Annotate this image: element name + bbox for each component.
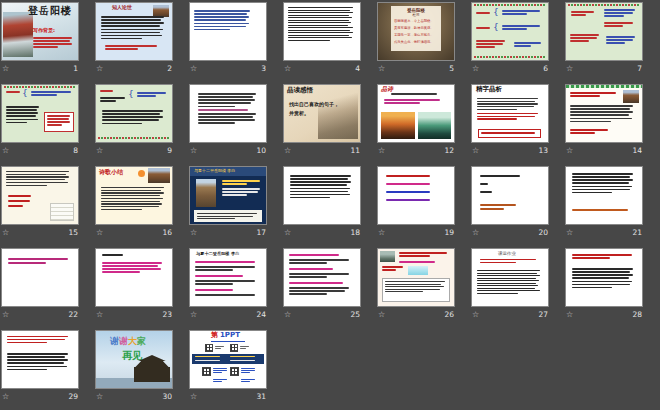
transition-star-icon[interactable]: ☆	[96, 64, 103, 73]
slide-cell-23[interactable]: ☆23	[96, 249, 172, 319]
slide-cell-6[interactable]: {{☆6	[472, 3, 548, 73]
slide-cell-9[interactable]: {☆9	[96, 85, 172, 155]
slide-cell-18[interactable]: ☆18	[284, 167, 360, 237]
slide-cell-16[interactable]: 诗歌小结☆16	[96, 167, 172, 237]
slide-thumbnail[interactable]	[2, 167, 78, 224]
slide-thumbnail[interactable]: 精字品析	[472, 85, 548, 142]
slide-thumbnail[interactable]: {	[2, 85, 78, 142]
slide-thumbnail[interactable]	[284, 3, 360, 60]
transition-star-icon[interactable]: ☆	[472, 228, 479, 237]
slide-thumbnail[interactable]	[190, 85, 266, 142]
slide-cell-20[interactable]: ☆20	[472, 167, 548, 237]
slide-thumbnail[interactable]	[378, 167, 454, 224]
slide-thumbnail[interactable]	[566, 85, 642, 142]
transition-star-icon[interactable]: ☆	[2, 310, 9, 319]
slide-thumbnail[interactable]	[378, 249, 454, 306]
transition-star-icon[interactable]: ☆	[284, 146, 291, 155]
slide-cell-21[interactable]: ☆21	[566, 167, 642, 237]
slide-thumbnail[interactable]: 与夏十二登岳阳楼 李白	[190, 249, 266, 306]
slide-cell-15[interactable]: ☆15	[2, 167, 78, 237]
slide-thumbnail[interactable]	[2, 331, 78, 388]
transition-star-icon[interactable]: ☆	[190, 310, 197, 319]
transition-star-icon[interactable]: ☆	[566, 146, 573, 155]
slide-thumbnail[interactable]	[190, 3, 266, 60]
slide-cell-30[interactable]: 谢谢大家再见☆30	[96, 331, 172, 401]
transition-star-icon[interactable]: ☆	[96, 228, 103, 237]
slide-cell-11[interactable]: 品读感悟找出自己喜欢的句子，并赏析。☆11	[284, 85, 360, 155]
slide-cell-31[interactable]: 第1PPT☆31	[190, 331, 266, 401]
transition-star-icon[interactable]: ☆	[96, 146, 103, 155]
transition-star-icon[interactable]: ☆	[2, 64, 9, 73]
slide-cell-2[interactable]: 知人论世☆2	[96, 3, 172, 73]
slide-cell-28[interactable]: ☆28	[566, 249, 642, 319]
transition-star-icon[interactable]: ☆	[2, 392, 9, 401]
slide-thumbnail[interactable]	[284, 249, 360, 306]
slide-thumbnail[interactable]	[96, 249, 172, 306]
transition-star-icon[interactable]: ☆	[472, 64, 479, 73]
transition-star-icon[interactable]: ☆	[378, 310, 385, 319]
transition-star-icon[interactable]: ☆	[284, 64, 291, 73]
text-line-bar	[386, 175, 430, 177]
text-line-bar	[101, 201, 160, 202]
slide-thumbnail[interactable]: 课堂作业	[472, 249, 548, 306]
slide-cell-26[interactable]: ☆26	[378, 249, 454, 319]
slide-cell-8[interactable]: {☆8	[2, 85, 78, 155]
transition-star-icon[interactable]: ☆	[190, 228, 197, 237]
slide-cell-17[interactable]: 与夏十二登岳阳楼 李白☆17	[190, 167, 266, 237]
slide-cell-1[interactable]: 登岳阳楼写作背景:☆1	[2, 3, 78, 73]
slide-thumbnail[interactable]: 谢谢大家再见	[96, 331, 172, 388]
slide-cell-27[interactable]: 课堂作业☆27	[472, 249, 548, 319]
slide-thumbnail[interactable]	[566, 167, 642, 224]
transition-star-icon[interactable]: ☆	[96, 392, 103, 401]
transition-star-icon[interactable]: ☆	[472, 310, 479, 319]
text-line-bar	[230, 360, 255, 361]
slide-thumbnail[interactable]: 品读感悟找出自己喜欢的句子，并赏析。	[284, 85, 360, 142]
transition-star-icon[interactable]: ☆	[378, 64, 385, 73]
slide-meta: ☆9	[96, 146, 172, 155]
slide-thumbnail[interactable]	[566, 249, 642, 306]
slide-cell-25[interactable]: ☆25	[284, 249, 360, 319]
transition-star-icon[interactable]: ☆	[2, 228, 9, 237]
slide-cell-5[interactable]: 登岳阳楼杜甫昔闻洞庭水，今上岳阳楼。吴楚东南坼，乾坤日夜浮。亲朋无一字，老病有孤…	[378, 3, 454, 73]
transition-star-icon[interactable]: ☆	[566, 64, 573, 73]
slide-thumbnail[interactable]: 知人论世	[96, 3, 172, 60]
slide-thumbnail[interactable]	[566, 3, 642, 60]
slide-cell-29[interactable]: ☆29	[2, 331, 78, 401]
slide-cell-22[interactable]: ☆22	[2, 249, 78, 319]
transition-star-icon[interactable]: ☆	[566, 310, 573, 319]
slide-cell-13[interactable]: 精字品析☆13	[472, 85, 548, 155]
transition-star-icon[interactable]: ☆	[190, 392, 197, 401]
slide-cell-4[interactable]: ☆4	[284, 3, 360, 73]
slide-thumbnail[interactable]: 登岳阳楼写作背景:	[2, 3, 78, 60]
slide-cell-24[interactable]: 与夏十二登岳阳楼 李白☆24	[190, 249, 266, 319]
slide-cell-14[interactable]: ☆14	[566, 85, 642, 155]
transition-star-icon[interactable]: ☆	[378, 228, 385, 237]
slide-cell-3[interactable]: ☆3	[190, 3, 266, 73]
transition-star-icon[interactable]: ☆	[190, 64, 197, 73]
slide-cell-19[interactable]: ☆19	[378, 167, 454, 237]
transition-star-icon[interactable]: ☆	[96, 310, 103, 319]
slide-thumbnail[interactable]: 登岳阳楼杜甫昔闻洞庭水，今上岳阳楼。吴楚东南坼，乾坤日夜浮。亲朋无一字，老病有孤…	[378, 3, 454, 60]
slide-thumbnail[interactable]: {{	[472, 3, 548, 60]
slide-meta: ☆13	[472, 146, 548, 155]
logo-underline	[211, 341, 245, 342]
slide-thumbnail[interactable]: 品诗	[378, 85, 454, 142]
transition-star-icon[interactable]: ☆	[284, 310, 291, 319]
slide-cell-10[interactable]: ☆10	[190, 85, 266, 155]
transition-star-icon[interactable]: ☆	[566, 228, 573, 237]
transition-star-icon[interactable]: ☆	[378, 146, 385, 155]
slide-thumbnail[interactable]: 与夏十二登岳阳楼 李白	[190, 167, 266, 224]
transition-star-icon[interactable]: ☆	[190, 146, 197, 155]
slide-thumbnail[interactable]: 诗歌小结	[96, 167, 172, 224]
text-line-bar	[480, 183, 488, 185]
slide-thumbnail[interactable]: {	[96, 85, 172, 142]
slide-thumbnail[interactable]	[284, 167, 360, 224]
transition-star-icon[interactable]: ☆	[284, 228, 291, 237]
slide-thumbnail[interactable]	[2, 249, 78, 306]
transition-star-icon[interactable]: ☆	[2, 146, 9, 155]
slide-cell-12[interactable]: 品诗☆12	[378, 85, 454, 155]
slide-cell-7[interactable]: ☆7	[566, 3, 642, 73]
slide-thumbnail[interactable]	[472, 167, 548, 224]
slide-thumbnail[interactable]: 第1PPT	[190, 331, 266, 388]
transition-star-icon[interactable]: ☆	[472, 146, 479, 155]
